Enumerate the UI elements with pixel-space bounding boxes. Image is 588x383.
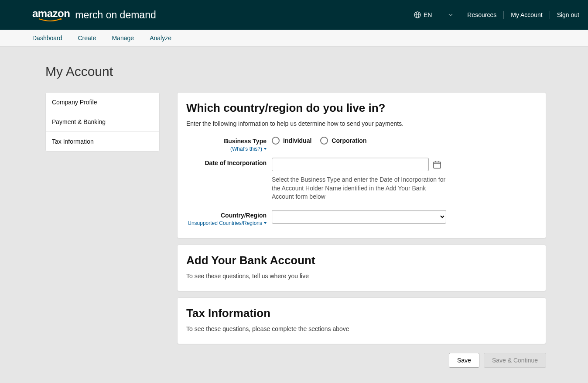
divider xyxy=(550,11,550,19)
chevron-down-icon xyxy=(264,148,267,150)
country-card: Which country/region do you live in? Ent… xyxy=(177,92,546,238)
divider xyxy=(503,11,504,19)
sidebar-item-payment-banking[interactable]: Payment & Banking xyxy=(46,112,159,132)
merch-text: merch on demand xyxy=(75,9,156,21)
resources-link[interactable]: Resources xyxy=(467,11,496,18)
sidebar: Company Profile Payment & Banking Tax In… xyxy=(45,92,160,152)
date-incorporation-row: Date of Incorporation Selec xyxy=(186,158,537,201)
unsupported-countries-link[interactable]: Unsupported Countries/Regions xyxy=(188,220,267,226)
business-type-radio-group: Individual Corporation xyxy=(272,136,455,145)
save-continue-button[interactable]: Save & Continue xyxy=(484,353,546,368)
header: amazon merch on demand EN Resources My A… xyxy=(0,0,588,30)
radio-icon xyxy=(320,137,328,145)
chevron-down-icon xyxy=(448,14,453,16)
save-button[interactable]: Save xyxy=(449,353,479,368)
country-card-subtitle: Enter the following information to help … xyxy=(186,120,537,127)
whats-this-link[interactable]: (What's this?) xyxy=(230,146,267,152)
sidebar-item-tax-information[interactable]: Tax Information xyxy=(46,132,159,151)
country-region-select[interactable] xyxy=(272,210,446,224)
nav-create[interactable]: Create xyxy=(78,35,96,41)
form-input-col: Select the Business Type and enter the D… xyxy=(272,158,455,201)
unsupported-countries-text: Unsupported Countries/Regions xyxy=(188,220,262,226)
tax-info-card: Tax Information To see these questions, … xyxy=(177,297,546,344)
bank-account-subtitle: To see these questions, tell us where yo… xyxy=(186,273,537,279)
radio-individual-label: Individual xyxy=(283,137,311,144)
language-label: EN xyxy=(424,11,432,18)
chevron-down-icon xyxy=(264,222,267,224)
bank-account-title: Add Your Bank Account xyxy=(186,254,537,267)
date-incorporation-input[interactable] xyxy=(272,158,429,171)
content-area: Company Profile Payment & Banking Tax In… xyxy=(45,92,546,368)
language-selector[interactable]: EN xyxy=(414,11,453,18)
country-region-label: Country/Region xyxy=(186,212,267,219)
form-label-col: Country/Region Unsupported Countries/Reg… xyxy=(186,210,272,227)
country-card-title: Which country/region do you live in? xyxy=(186,101,537,115)
sidebar-item-label: Tax Information xyxy=(52,138,94,145)
page-title: My Account xyxy=(45,64,546,79)
nav-analyze[interactable]: Analyze xyxy=(150,35,171,41)
tax-info-subtitle: To see these questions, please complete … xyxy=(186,325,537,332)
divider xyxy=(460,11,460,19)
sidebar-item-label: Company Profile xyxy=(52,99,97,106)
logo-area[interactable]: amazon merch on demand xyxy=(32,7,156,22)
my-account-link[interactable]: My Account xyxy=(511,11,542,18)
nav-manage[interactable]: Manage xyxy=(112,35,134,41)
main-content: Which country/region do you live in? Ent… xyxy=(177,92,546,368)
globe-icon xyxy=(414,11,421,18)
button-row: Save Save & Continue xyxy=(177,353,546,368)
amazon-logo: amazon xyxy=(32,7,70,22)
container: My Account Company Profile Payment & Ban… xyxy=(37,47,551,383)
form-input-col: Individual Corporation xyxy=(272,136,455,145)
radio-corporation-label: Corporation xyxy=(332,137,366,144)
date-input-wrap xyxy=(272,158,455,171)
sidebar-item-label: Payment & Banking xyxy=(52,118,106,125)
svg-rect-3 xyxy=(434,162,441,168)
radio-icon xyxy=(272,137,280,145)
calendar-icon[interactable] xyxy=(433,161,441,169)
amazon-smile-icon xyxy=(38,18,64,22)
business-type-row: Business Type (What's this?) Individual xyxy=(186,136,537,152)
header-right: EN Resources My Account Sign out xyxy=(414,11,579,19)
business-type-label: Business Type xyxy=(186,138,267,145)
form-label-col: Business Type (What's this?) xyxy=(186,136,272,152)
form-label-col: Date of Incorporation xyxy=(186,158,272,166)
date-incorporation-label: Date of Incorporation xyxy=(186,159,267,166)
whats-this-text: (What's this?) xyxy=(230,146,262,152)
sign-out-link[interactable]: Sign out xyxy=(557,11,579,18)
form-input-col xyxy=(272,210,455,224)
country-region-row: Country/Region Unsupported Countries/Reg… xyxy=(186,210,537,227)
sidebar-item-company-profile[interactable]: Company Profile xyxy=(46,93,159,112)
radio-individual[interactable]: Individual xyxy=(272,137,311,145)
nav-bar: Dashboard Create Manage Analyze xyxy=(0,30,588,47)
radio-corporation[interactable]: Corporation xyxy=(320,137,366,145)
date-help-text: Select the Business Type and enter the D… xyxy=(272,176,446,201)
bank-account-card: Add Your Bank Account To see these quest… xyxy=(177,245,546,291)
tax-info-title: Tax Information xyxy=(186,307,537,320)
nav-dashboard[interactable]: Dashboard xyxy=(32,35,62,41)
